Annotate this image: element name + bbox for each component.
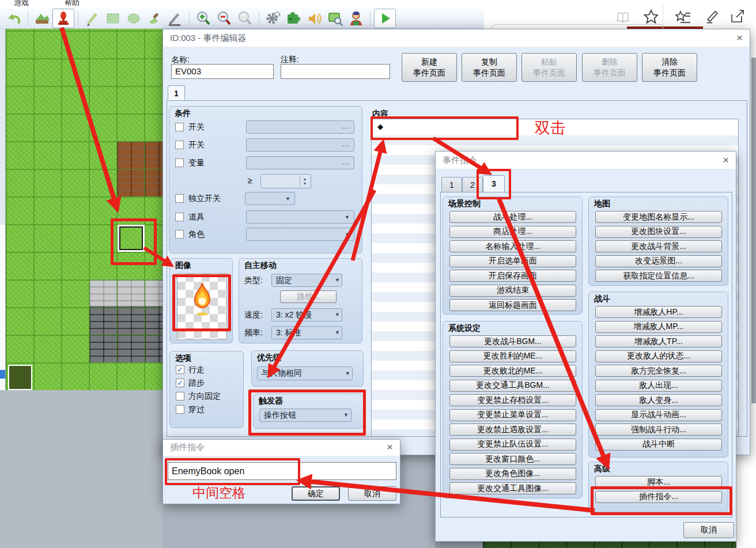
new-event-page-button[interactable]: 新建事件页面 xyxy=(402,53,457,82)
playtest-icon[interactable] xyxy=(374,9,396,28)
command-button[interactable]: 返回标题画面 xyxy=(449,299,576,311)
command-button[interactable]: 变更禁止存档设置... xyxy=(449,394,576,406)
variable-checkbox[interactable] xyxy=(175,158,184,167)
undo-icon[interactable] xyxy=(3,9,24,28)
share-icon[interactable] xyxy=(729,9,744,24)
command-button[interactable]: 敌方完全恢复... xyxy=(595,365,722,377)
self-switch-checkbox[interactable] xyxy=(175,194,184,203)
command-button[interactable]: 脚本... xyxy=(595,476,722,488)
gear-icon[interactable] xyxy=(263,9,284,28)
delete-event-page-button[interactable]: 删除事件页面 xyxy=(582,53,637,82)
command-button[interactable]: 增减敌人TP... xyxy=(595,335,722,347)
route-button[interactable]: 路线... xyxy=(280,290,337,303)
event-cell-selection[interactable] xyxy=(118,225,145,252)
pencil-tool-icon[interactable] xyxy=(82,9,103,28)
switch1-field[interactable]: ... xyxy=(246,120,354,134)
command-button[interactable]: 更改敌人的状态... xyxy=(595,350,722,362)
command-button[interactable]: 更改交通工具BGM... xyxy=(449,380,576,392)
sound-icon[interactable] xyxy=(304,9,325,28)
plugin-ok-button[interactable]: 确定 xyxy=(292,486,340,501)
menu-help[interactable]: 帮助 xyxy=(65,0,80,8)
command-button[interactable]: 强制战斗行动... xyxy=(595,424,722,436)
variable-value-spinner[interactable]: ▲▼ xyxy=(260,174,311,188)
shadow-pen-icon[interactable] xyxy=(165,9,186,28)
plugin-cancel-button[interactable]: 取消 xyxy=(348,486,396,501)
clear-event-page-button[interactable]: 清除事件页面 xyxy=(642,53,697,82)
favorite-star-icon[interactable] xyxy=(643,9,658,24)
actor-checkbox[interactable] xyxy=(175,230,184,239)
ellipse-tool-icon[interactable] xyxy=(123,9,144,28)
map-canvas[interactable] xyxy=(6,29,164,390)
movement-freq-dropdown[interactable]: 3: 标准 xyxy=(271,326,342,339)
command-button[interactable]: 游戏结束 xyxy=(449,285,576,297)
event-mode-icon[interactable] xyxy=(52,9,74,28)
switch2-checkbox[interactable] xyxy=(175,141,184,149)
copy-event-page-button[interactable]: 复制事件页面 xyxy=(462,53,517,82)
close-icon[interactable]: × xyxy=(736,32,743,44)
command-button[interactable]: 名称输入处理... xyxy=(449,240,576,252)
reading-view-icon[interactable] xyxy=(615,10,630,25)
movement-type-dropdown[interactable]: 固定 xyxy=(271,274,342,287)
favorites-list-icon[interactable] xyxy=(675,10,690,25)
command-button[interactable]: 更改图块设置... xyxy=(595,226,722,238)
switch2-field[interactable]: ... xyxy=(246,138,354,152)
command-button[interactable]: 变更禁止队伍设置... xyxy=(449,439,576,451)
walking-checkbox[interactable]: ✓ xyxy=(176,365,184,374)
trigger-dropdown[interactable]: 操作按钮 xyxy=(259,409,351,422)
zoom-in-icon[interactable] xyxy=(193,9,214,28)
close-icon[interactable]: × xyxy=(723,154,729,167)
stepping-checkbox[interactable]: ✓ xyxy=(176,379,184,387)
command-button[interactable]: 更改败北的ME... xyxy=(449,365,576,377)
paste-event-page-button[interactable]: 粘贴事件页面 xyxy=(521,53,577,82)
command-button[interactable]: 增减敌人MP... xyxy=(595,321,722,333)
command-button[interactable]: 获取指定位置信息... xyxy=(595,270,722,282)
command-tab-3[interactable]: 3 xyxy=(483,175,505,192)
event-sprite-box[interactable] xyxy=(177,273,227,340)
command-button[interactable]: 插件指令... xyxy=(595,491,722,503)
menu-game[interactable]: 游戏 xyxy=(14,0,29,8)
command-button[interactable]: 商店处理... xyxy=(449,226,576,238)
plugin-puzzle-icon[interactable] xyxy=(284,9,304,28)
command-button[interactable]: 更改禁止遇敌设置... xyxy=(449,424,576,436)
ink-pen-icon[interactable] xyxy=(704,10,719,25)
command-button[interactable]: 敌人变身... xyxy=(595,394,722,406)
event-note-input[interactable] xyxy=(281,64,390,79)
self-switch-dropdown[interactable]: ▼ xyxy=(245,192,295,205)
priority-dropdown[interactable]: 与人物相同 xyxy=(257,366,353,380)
command-button[interactable]: 敌人出现... xyxy=(595,380,722,392)
command-button[interactable]: 变更禁止菜单设置... xyxy=(449,409,576,421)
command-button[interactable]: 战斗处理... xyxy=(449,211,576,223)
command-tab-1[interactable]: 1 xyxy=(441,177,462,192)
command-button[interactable]: 战斗中断 xyxy=(595,439,722,451)
zoom-actual-icon[interactable]: 1:1 xyxy=(235,9,255,28)
command-button[interactable]: 更改胜利的ME... xyxy=(449,350,576,362)
contents-first-row[interactable]: ◆ xyxy=(377,122,383,131)
command-button[interactable]: 变更地图名称显示... xyxy=(595,211,722,223)
command-button[interactable]: 显示战斗动画... xyxy=(595,409,722,421)
command-button[interactable]: 开启保存画面 xyxy=(449,270,576,282)
command-button[interactable]: 更改战斗背景... xyxy=(595,240,722,252)
fill-tool-icon[interactable] xyxy=(144,9,165,28)
movement-speed-dropdown[interactable]: 3: x2 较慢 xyxy=(271,308,342,322)
event-name-input[interactable]: EV003 xyxy=(171,64,274,79)
command-button[interactable]: 更改战斗BGM... xyxy=(449,335,576,347)
item-checkbox[interactable] xyxy=(175,213,184,221)
command-button[interactable]: 更改角色图像... xyxy=(449,468,576,480)
command-button[interactable]: 增减敌人HP... xyxy=(595,306,722,318)
character-generator-icon[interactable] xyxy=(346,9,366,28)
zoom-out-icon[interactable] xyxy=(214,9,235,28)
item-dropdown[interactable]: ▼ xyxy=(246,210,354,224)
actor-dropdown[interactable]: ▼ xyxy=(246,228,354,241)
command-tab-2[interactable]: 2 xyxy=(462,177,483,192)
resource-manager-icon[interactable] xyxy=(325,9,346,28)
switch1-checkbox[interactable] xyxy=(175,123,184,131)
command-button[interactable]: 开启选单画面 xyxy=(449,255,576,267)
command-button[interactable]: 更改窗口颜色... xyxy=(449,453,576,465)
rectangle-tool-icon[interactable] xyxy=(103,9,123,28)
spinner-arrows-icon[interactable]: ▲▼ xyxy=(300,176,309,187)
command-button[interactable]: 改变远景图... xyxy=(595,255,722,267)
map-mode-icon[interactable] xyxy=(32,9,52,28)
event-page-tab-1[interactable]: 1 xyxy=(168,85,185,101)
close-icon[interactable]: × xyxy=(387,441,393,453)
plugin-command-input[interactable]: EnemyBook open xyxy=(168,462,396,480)
